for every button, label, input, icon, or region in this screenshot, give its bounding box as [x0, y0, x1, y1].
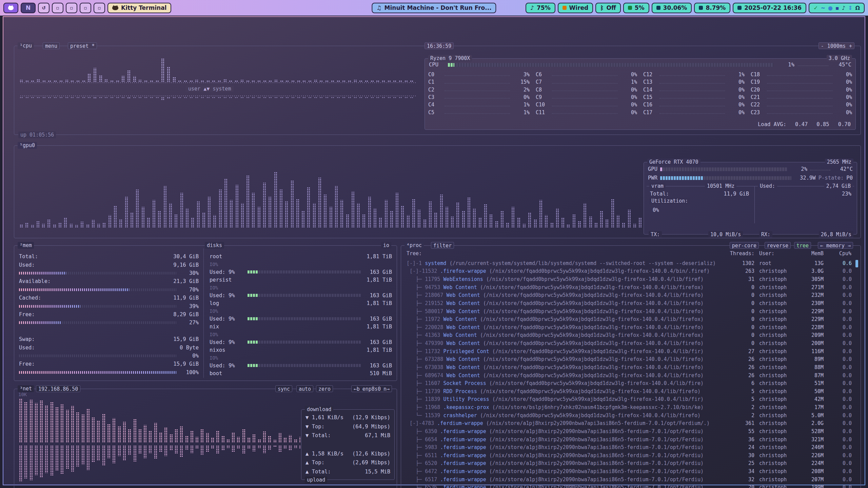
process-row[interactable]: ├─ 11972 Web Content (/nix/store/fqadd0b…	[401, 315, 861, 323]
process-mem: 42M	[798, 396, 824, 402]
disks-io-toggle[interactable]: io	[381, 242, 391, 249]
memory-usage-indicator[interactable]: 30.06%	[652, 3, 692, 13]
process-row[interactable]: ├─ 11739 RDD Process (/nix/store/fqadd0b…	[401, 387, 861, 395]
process-row[interactable]: ├─ 673038 Web Content (/nix/store/fqadd0…	[401, 363, 861, 371]
process-threads: 55	[727, 428, 754, 434]
process-row[interactable]: ├─ 6654 .ferdium-wrappe (/nix/store/a1pj…	[401, 435, 861, 444]
header-user[interactable]: User:	[759, 250, 774, 257]
core-C6: C60%	[536, 71, 637, 78]
process-name: .firefox-wrappe	[440, 268, 486, 274]
process-row[interactable]: [-]-1 systemd (/run/current-system/syste…	[401, 259, 861, 267]
sort-selector[interactable]: ← memory →	[818, 242, 853, 249]
process-row[interactable]: ├─ 6520 .ferdium-wrappe (/nix/store/a1pj…	[401, 460, 861, 468]
process-row[interactable]: ├─ 6472 .ferdium-wrappe (/nix/store/a1pj…	[401, 467, 861, 475]
process-row[interactable]: ├─ 11732 Privileged Cont (/nix/store/fqa…	[401, 347, 861, 355]
process-row[interactable]: ├─ 94753 Web Content (/nix/store/fqadd0b…	[401, 283, 861, 291]
process-user: christoph	[759, 396, 787, 402]
process-panel-title[interactable]: ⁴proc	[405, 242, 424, 249]
menu-button[interactable]: menu	[43, 42, 60, 49]
preset-button[interactable]: preset *	[68, 42, 97, 49]
app2-icon[interactable]: ▪	[835, 5, 839, 11]
per-core-toggle[interactable]: per-core	[730, 242, 759, 249]
core-id: C11	[536, 109, 552, 116]
tree-toggle[interactable]: tree	[794, 242, 811, 249]
process-row[interactable]: ├─ 219152 Web Content (/nix/store/fqadd0…	[401, 299, 861, 307]
net-auto-toggle[interactable]: auto	[296, 385, 313, 392]
process-tree-prefix: ├─ 219152	[407, 300, 446, 306]
iface-prev-button[interactable]: ←b	[354, 386, 360, 392]
filter-button[interactable]: filter	[431, 242, 454, 249]
kitty-terminal-window[interactable]: ¹cpu menu preset * 16:36:59 - 1000ms + u…	[3, 16, 865, 485]
process-row[interactable]: ├─ 41363 Web Content (/nix/store/fqadd0b…	[401, 331, 861, 340]
graph-column	[158, 210, 161, 228]
memory-panel-title[interactable]: ²mem	[18, 242, 34, 249]
iface-next-button[interactable]: n→	[383, 386, 390, 392]
volume-indicator[interactable]: ♪75%	[526, 3, 555, 13]
process-row[interactable]: ├─ 220028 Web Content (/nix/store/fqadd0…	[401, 323, 861, 331]
mem-meter-row: 70%	[19, 286, 199, 294]
process-row[interactable]: ├─ 6350 .ferdium-wrappe (/nix/store/a1pj…	[401, 427, 861, 435]
process-row[interactable]: ├─ 479390 Web Content (/nix/store/fqadd0…	[401, 339, 861, 347]
process-row[interactable]: ├─ 689674 Web Content (/nix/store/fqadd0…	[401, 371, 861, 380]
process-row[interactable]: ├─ 11968 .keepassxc-prox (/nix/store/bsl…	[401, 403, 861, 411]
process-row[interactable]: └─ 11539 crashhelper (/nix/store/fqadd0b…	[401, 411, 861, 420]
process-row[interactable]: ├─ 6511 .ferdium-wrappe (/nix/store/a1pj…	[401, 451, 861, 460]
bluetooth-indicator[interactable]: ᛒOff	[595, 3, 620, 13]
workspace-button-4[interactable]: ▫	[80, 3, 91, 13]
check-icon[interactable]: ✓	[813, 5, 818, 11]
disk-usage-indicator[interactable]: 8.79%	[694, 3, 730, 13]
system-tray: ✓~●▪♪↕Ω	[809, 3, 865, 13]
workspace-button-2[interactable]: ▫	[52, 3, 63, 13]
process-row[interactable]: ├─ 673288 Web Content (/nix/store/fqadd0…	[401, 355, 861, 364]
process-row[interactable]: ├─ 218067 Web Content (/nix/store/fqadd0…	[401, 291, 861, 300]
graph-column	[638, 218, 642, 228]
bell-icon[interactable]: Ω	[855, 5, 860, 11]
process-row[interactable]: ├─ 6517 .ferdium-wrappe (/nix/store/a1pj…	[401, 475, 861, 484]
disk-used-row: Used: 9%163 GiB	[210, 268, 392, 276]
workspace-button-5[interactable]: ▫	[94, 3, 105, 13]
header-threads[interactable]: Threads:	[717, 250, 754, 257]
process-tree-prefix: └─ 11539	[407, 412, 443, 419]
header-cpu[interactable]: Cpu%	[828, 250, 851, 257]
process-row[interactable]: ├─ 5983 .ferdium-wrappe (/nix/store/a1pj…	[401, 443, 861, 451]
disks-title[interactable]: disks	[205, 242, 224, 249]
active-window-title[interactable]: Kitty Terminal	[107, 3, 171, 13]
app1-icon[interactable]: ●	[828, 5, 833, 11]
cpu-panel-title[interactable]: ¹cpu	[18, 42, 34, 49]
clock-indicator[interactable]: 2025-07-22 16:36	[733, 3, 806, 13]
network-wired-indicator[interactable]: Wired	[558, 3, 593, 13]
graph-column	[197, 201, 200, 228]
interval-minus-button[interactable]: -	[821, 43, 824, 49]
nix-menu-button[interactable]: N	[21, 3, 36, 13]
graph-column	[280, 97, 283, 98]
process-row[interactable]: [-]-11532 .firefox-wrappe (/nix/store/fq…	[401, 267, 861, 276]
workspace-button-1[interactable]: ↺	[38, 3, 50, 13]
vpn-icon[interactable]: ~	[821, 5, 825, 11]
audio-icon[interactable]: ♪	[842, 5, 845, 11]
network-panel-title[interactable]: ³net	[18, 385, 34, 392]
workspace-button-3[interactable]: ▫	[66, 3, 77, 13]
graph-column	[154, 423, 157, 443]
process-scrollbar-thumb[interactable]	[855, 260, 858, 267]
net-sync-toggle[interactable]: sync	[275, 385, 292, 392]
process-row[interactable]: ├─ 11607 Socket Process (/nix/store/fqad…	[401, 379, 861, 387]
core-pct: 0%	[728, 109, 745, 116]
process-row[interactable]: ├─ 11795 WebExtensions (/nix/store/fqadd…	[401, 275, 861, 283]
process-row[interactable]: ├─ 580017 Web Content (/nix/store/fqadd0…	[401, 307, 861, 316]
gpu-power-watts: 32.9W	[794, 175, 816, 181]
process-row[interactable]: [-]-4783 .ferdium-wrappe (/nix/store/a1p…	[401, 420, 861, 428]
media-player-button[interactable]: ♫ Minuit Machine - Don't Run Fro...	[372, 3, 496, 13]
process-cpu: 0.0	[833, 476, 852, 483]
header-mem[interactable]: MemB	[796, 250, 824, 257]
graph-column	[161, 58, 164, 82]
leaf-indicator-indicator[interactable]: 5%	[623, 3, 649, 13]
process-row[interactable]: ├─ 11839 Utility Process (/nix/store/fqa…	[401, 395, 861, 404]
launcher-button[interactable]	[3, 3, 18, 13]
net-zero-toggle[interactable]: zero	[316, 385, 333, 392]
interval-plus-button[interactable]: +	[849, 43, 852, 49]
process-row[interactable]: ├─ 6536 .ferdium-wrappe (/nix/store/a1pj…	[401, 484, 861, 488]
gpu-panel-title[interactable]: ⁵gpu0	[18, 142, 37, 149]
updates-icon[interactable]: ↕	[848, 5, 852, 11]
header-tree[interactable]: Tree:	[407, 250, 422, 257]
reverse-toggle[interactable]: reverse	[765, 242, 791, 249]
